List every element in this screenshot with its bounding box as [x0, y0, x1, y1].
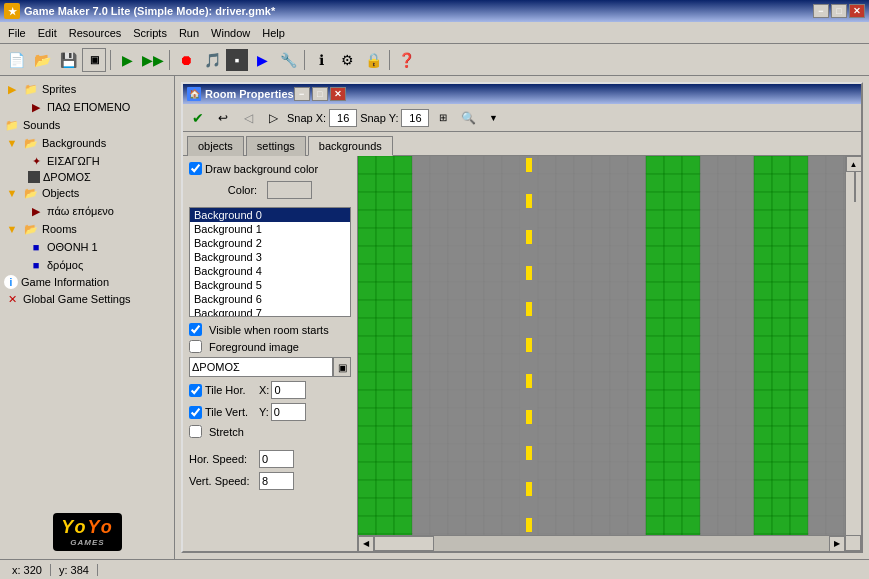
run-button[interactable]: ▶	[115, 48, 139, 72]
menu-scripts[interactable]: Scripts	[127, 25, 173, 41]
rooms-folder-open-icon: 📂	[23, 221, 39, 237]
foreground-checkbox[interactable]	[189, 340, 202, 353]
bg-item-3[interactable]: Background 3	[190, 250, 350, 264]
backgrounds-folder-icon: ▼	[4, 135, 20, 151]
scroll-v-thumb[interactable]	[854, 172, 856, 202]
room-minimize-button[interactable]: −	[294, 87, 310, 101]
sidebar-item-backgrounds[interactable]: ▼ 📂 Backgrounds	[0, 134, 174, 152]
bg-item-6[interactable]: Background 6	[190, 292, 350, 306]
stretch-checkbox[interactable]	[189, 425, 202, 438]
snap-x-input[interactable]	[329, 109, 357, 127]
room-maximize-button[interactable]: □	[312, 87, 328, 101]
open-button[interactable]: 📂	[30, 48, 54, 72]
sidebar-item-eisagogi[interactable]: ✦ ΕΙΣΑΓΩΓΗ	[0, 152, 174, 170]
bg-item-7[interactable]: Background 7	[190, 306, 350, 317]
sidebar-item-othoni1[interactable]: ■ ΟΘΟΝΗ 1	[0, 238, 174, 256]
menu-file[interactable]: File	[2, 25, 32, 41]
maximize-button[interactable]: □	[831, 4, 847, 18]
sidebar-item-sprites[interactable]: ▶ 📁 Sprites	[0, 80, 174, 98]
export-button[interactable]: ▣	[82, 48, 106, 72]
scroll-corner	[845, 535, 861, 551]
run-debug-button[interactable]: ▶▶	[141, 48, 165, 72]
add-bg-button[interactable]: ▪	[226, 49, 248, 71]
menu-help[interactable]: Help	[256, 25, 291, 41]
room-close-button[interactable]: ✕	[330, 87, 346, 101]
hor-speed-label: Hor. Speed:	[189, 453, 259, 465]
tab-backgrounds[interactable]: backgrounds	[308, 136, 393, 156]
add-room-button[interactable]: 🔧	[276, 48, 300, 72]
zoom-button[interactable]: 🔍	[457, 107, 479, 129]
new-button[interactable]: 📄	[4, 48, 28, 72]
scroll-left-button[interactable]: ◀	[358, 536, 374, 552]
add-sound-button[interactable]: 🎵	[200, 48, 224, 72]
lock-button[interactable]: 🔒	[361, 48, 385, 72]
sidebar-item-rooms[interactable]: ▼ 📂 Rooms	[0, 220, 174, 238]
othoni-label: ΟΘΟΝΗ 1	[47, 241, 98, 253]
objects-label: Objects	[42, 187, 79, 199]
menu-run[interactable]: Run	[173, 25, 205, 41]
sidebar-item-dromos[interactable]: ΔΡΟΜΟΣ	[0, 170, 174, 184]
sidebar-item-pao-epomeno[interactable]: ▶ ΠΑΩ ΕΠΟΜΕΝΟ	[0, 98, 174, 116]
vert-speed-input[interactable]	[259, 472, 294, 490]
tile-hor-checkbox[interactable]	[189, 384, 202, 397]
bg-item-1[interactable]: Background 1	[190, 222, 350, 236]
menu-edit[interactable]: Edit	[32, 25, 63, 41]
content-area: 🏠 Room Properties − □ ✕ ✔ ↩ ◁ ▷ Snap X: …	[175, 76, 869, 559]
color-label: Color:	[228, 184, 257, 196]
bg-item-5[interactable]: Background 5	[190, 278, 350, 292]
room-toolbar: ✔ ↩ ◁ ▷ Snap X: Snap Y: ⊞ 🔍 ▼	[183, 104, 861, 132]
game-info-button[interactable]: ℹ	[309, 48, 333, 72]
add-object-button[interactable]: ▶	[250, 48, 274, 72]
x-input[interactable]	[271, 381, 306, 399]
add-sprite-button[interactable]: ⏺	[174, 48, 198, 72]
vertical-scrollbar[interactable]: ▲ ▼	[845, 156, 861, 551]
horizontal-scrollbar[interactable]: ◀ ▶	[358, 535, 845, 551]
room-undo-button[interactable]: ↩	[212, 107, 234, 129]
image-browse-button[interactable]: ▣	[333, 357, 351, 377]
menu-window[interactable]: Window	[205, 25, 256, 41]
draw-bg-color-row: Draw background color	[189, 162, 351, 175]
eisagogi-icon: ✦	[28, 153, 44, 169]
scroll-h-track[interactable]	[374, 536, 829, 551]
save-button[interactable]: 💾	[56, 48, 80, 72]
tile-vert-row: Tile Vert. Y:	[189, 403, 351, 421]
tile-vert-checkbox[interactable]	[189, 406, 202, 419]
tab-settings[interactable]: settings	[246, 136, 306, 156]
help-button[interactable]: ❓	[394, 48, 418, 72]
draw-bg-checkbox[interactable]	[189, 162, 202, 175]
background-list[interactable]: Background 0 Background 1 Background 2 B…	[189, 207, 351, 317]
image-input[interactable]	[189, 357, 333, 377]
hor-speed-input[interactable]	[259, 450, 294, 468]
bg-item-4[interactable]: Background 4	[190, 264, 350, 278]
bg-item-0[interactable]: Background 0	[190, 208, 350, 222]
tab-objects[interactable]: objects	[187, 136, 244, 156]
sidebar-item-room-dromos[interactable]: ■ δρόμος	[0, 256, 174, 274]
room-canvas[interactable]	[358, 156, 845, 535]
sidebar-item-global-settings[interactable]: ✕ Global Game Settings	[0, 290, 174, 308]
y-input[interactable]	[271, 403, 306, 421]
scroll-h-thumb[interactable]	[374, 536, 434, 551]
room-ok-button[interactable]: ✔	[187, 107, 209, 129]
main-toolbar: 📄 📂 💾 ▣ ▶ ▶▶ ⏺ 🎵 ▪ ▶ 🔧 ℹ ⚙ 🔒 ❓	[0, 44, 869, 76]
game-settings-button[interactable]: ⚙	[335, 48, 359, 72]
sidebar-item-pao-epomeno2[interactable]: ▶ πάω επόμενο	[0, 202, 174, 220]
grid-toggle-button[interactable]: ⊞	[432, 107, 454, 129]
room-prev-button[interactable]: ◁	[237, 107, 259, 129]
sidebar-item-game-info[interactable]: i Game Information	[0, 274, 174, 290]
room-next-button[interactable]: ▷	[262, 107, 284, 129]
sidebar-item-sounds[interactable]: 📁 Sounds	[0, 116, 174, 134]
color-picker-box[interactable]	[267, 181, 312, 199]
zoom-dropdown[interactable]: ▼	[482, 107, 504, 129]
scroll-right-button[interactable]: ▶	[829, 536, 845, 552]
visible-checkbox[interactable]	[189, 323, 202, 336]
snap-y-input[interactable]	[401, 109, 429, 127]
close-button[interactable]: ✕	[849, 4, 865, 18]
bg-item-2[interactable]: Background 2	[190, 236, 350, 250]
separator-3	[304, 50, 305, 70]
scroll-up-button[interactable]: ▲	[846, 156, 862, 172]
tile-vert-label: Tile Vert.	[205, 406, 255, 418]
minimize-button[interactable]: −	[813, 4, 829, 18]
room-properties-window: 🏠 Room Properties − □ ✕ ✔ ↩ ◁ ▷ Snap X: …	[181, 82, 863, 553]
sidebar-item-objects[interactable]: ▼ 📂 Objects	[0, 184, 174, 202]
menu-resources[interactable]: Resources	[63, 25, 128, 41]
